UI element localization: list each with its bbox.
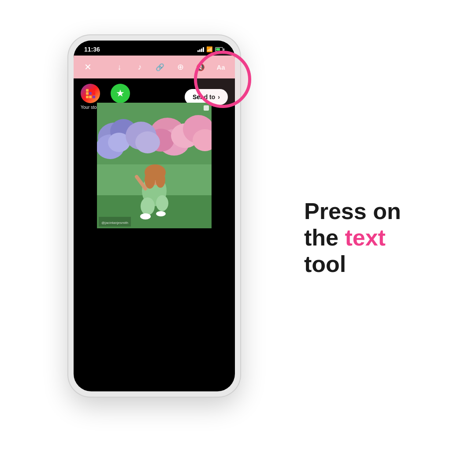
download-button[interactable]: ↓	[112, 60, 126, 74]
your-story-icon	[81, 84, 100, 103]
instruction-block: Press on the text tool	[304, 198, 441, 277]
close-friends-icon: ★	[111, 84, 130, 103]
svg-point-20	[145, 171, 155, 189]
photo-caption: @jacintanjesmith	[99, 217, 131, 227]
svg-point-16	[141, 197, 155, 215]
story-photo: @jacintanjesmith	[97, 103, 212, 228]
signal-icon	[197, 47, 204, 52]
sticker-button[interactable]: ⊕	[173, 60, 187, 74]
instagram-grid-icon	[86, 89, 95, 98]
phone-mockup: 11:36 📶	[68, 35, 240, 397]
story-image-svg	[97, 103, 212, 228]
wifi-icon: 📶	[206, 46, 213, 52]
link-button[interactable]: 🔗	[153, 60, 167, 74]
status-time: 11:36	[84, 46, 100, 53]
text-tool-button[interactable]: Aa	[214, 60, 228, 74]
notch	[126, 41, 183, 53]
status-icons: 📶	[197, 46, 224, 52]
instruction-line-2: the text	[304, 225, 441, 251]
svg-point-23	[156, 211, 166, 216]
battery-icon	[215, 47, 224, 52]
phone-inner: 11:36 📶	[74, 41, 235, 391]
sound-button[interactable]: 🔇	[193, 60, 208, 74]
instruction-line-3: tool	[304, 251, 441, 278]
svg-point-17	[156, 195, 168, 211]
svg-point-13	[135, 131, 160, 153]
svg-rect-25	[204, 105, 209, 111]
music-button[interactable]: ♪	[133, 60, 147, 74]
instruction-line-1: Press on	[304, 198, 441, 225]
svg-point-21	[156, 172, 165, 188]
story-screen: ✕ ↓ ♪ 🔗 ⊕	[74, 56, 235, 122]
toolbar-icons-right: ↓ ♪ 🔗 ⊕ 🔇	[112, 60, 228, 74]
svg-point-22	[140, 213, 151, 219]
story-toolbar: ✕ ↓ ♪ 🔗 ⊕	[74, 56, 235, 78]
close-button[interactable]: ✕	[81, 60, 95, 74]
page-container: 11:36 📶	[0, 0, 476, 476]
arrow-icon: ›	[218, 93, 220, 100]
